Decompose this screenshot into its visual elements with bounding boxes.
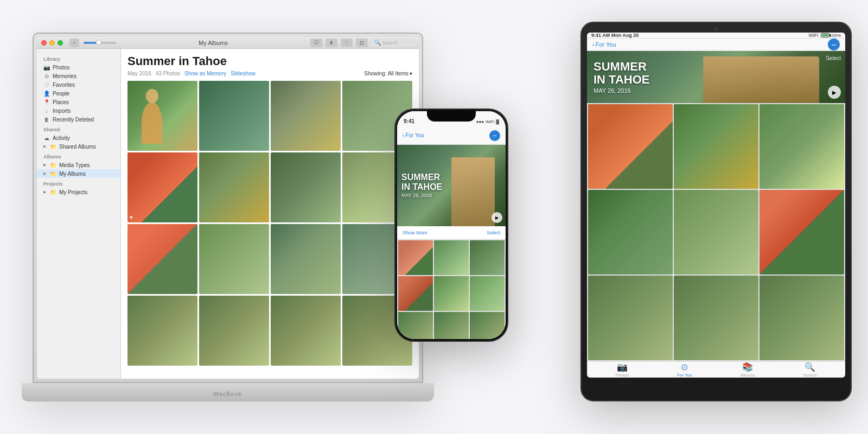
sidebar-item-my-albums[interactable]: ▶ 📁 My Albums	[37, 169, 120, 178]
photo-cell[interactable]	[199, 152, 269, 222]
iphone-photo-cell[interactable]	[398, 312, 433, 339]
photo-cell[interactable]	[271, 152, 341, 222]
ipad-tab-albums[interactable]: 📚 Albums	[741, 362, 755, 378]
iphone-photo-cell[interactable]	[434, 276, 469, 311]
albums-section-title: Albums	[37, 151, 120, 161]
albums-tab-icon: 📚	[742, 362, 753, 372]
ipad-play-button[interactable]: ▶	[828, 86, 841, 99]
more-dots-icon: •••	[832, 43, 835, 47]
dropdown-arrow: ▾	[410, 71, 412, 76]
sidebar-label-my-albums: My Albums	[59, 171, 86, 177]
ipad-tab-photos[interactable]: 📷 Photos	[615, 362, 629, 378]
ipad-photo-cell[interactable]	[674, 276, 758, 360]
more-button[interactable]: ⊡	[356, 39, 368, 47]
ipad-photo-cell[interactable]	[588, 104, 673, 189]
photo-cell[interactable]	[199, 224, 269, 294]
ipad-hero-title: SUMMERIN TAHOE	[593, 60, 649, 86]
sidebar-item-imports[interactable]: ↓ Imports	[37, 106, 120, 115]
arrow-icon-4: ▶	[43, 190, 46, 194]
zoom-slider[interactable]	[84, 42, 116, 44]
ipad-photo-cell[interactable]	[760, 190, 844, 275]
iphone-photo-cell[interactable]	[470, 276, 505, 311]
macbook-base: MacBook	[22, 383, 434, 401]
search-tab-label: Search	[803, 373, 816, 378]
iphone-photos-app: 9:41 ●●● WiFi ▓ ‹ For You	[397, 111, 506, 339]
ipad-photo-cell[interactable]	[588, 190, 673, 275]
iphone-photo-cell[interactable]	[470, 240, 505, 275]
share-button[interactable]: ⬆	[326, 39, 337, 47]
ipad-hero-person	[703, 56, 819, 103]
sidebar: Library 📷 Photos ⊙ Memories ♡	[37, 49, 121, 379]
ipad-photo-cell[interactable]	[674, 104, 758, 189]
iphone-hero-date: MAY 26, 2016	[401, 193, 442, 199]
iphone-action-bar: Show More Select	[397, 226, 506, 239]
heart-overlay: ♥	[130, 214, 133, 220]
ipad-hero-date: MAY 26, 2016	[593, 87, 649, 94]
iphone-back-button[interactable]: ‹ For You	[403, 132, 424, 138]
ipad-photo-cell[interactable]	[588, 276, 673, 360]
sidebar-label-places: Places	[53, 99, 69, 105]
ipad-select-button[interactable]: Select	[826, 55, 841, 61]
iphone-select-button[interactable]: Select	[487, 230, 500, 235]
iphone-hero-image[interactable]: SUMMERIN TAHOE MAY 26, 2016 ▶	[397, 145, 506, 226]
iphone-photo-cell[interactable]	[434, 240, 469, 275]
photo-cell[interactable]	[271, 296, 341, 366]
photo-cell[interactable]	[199, 81, 269, 151]
close-button[interactable]	[41, 40, 47, 46]
sidebar-label-memories: Memories	[53, 73, 76, 79]
ipad-photo-cell[interactable]	[674, 190, 758, 275]
sidebar-item-media-types[interactable]: ▶ 📁 Media Types	[37, 161, 120, 169]
photos-app: ‹ My Albums ⓘ ⬆ ♡	[37, 37, 419, 379]
photo-cell[interactable]	[271, 81, 341, 151]
maximize-button[interactable]	[58, 40, 63, 46]
slideshow-link[interactable]: Slideshow	[231, 71, 256, 76]
ipad-tab-foryou[interactable]: ⊙ For You	[677, 362, 692, 378]
photo-cell[interactable]: ♥	[127, 152, 197, 222]
sidebar-label-recently-deleted: Recently Deleted	[53, 117, 94, 123]
sidebar-item-shared-albums[interactable]: ▶ 📁 Shared Albums	[37, 142, 120, 151]
iphone-time: 9:41	[404, 118, 414, 124]
photo-cell[interactable]	[127, 81, 197, 151]
sidebar-item-photos[interactable]: 📷 Photos	[37, 63, 120, 72]
photo-cell[interactable]	[271, 224, 341, 294]
ipad-tab-search[interactable]: 🔍 Search	[803, 362, 816, 378]
iphone-back-label: For You	[405, 132, 424, 138]
iphone-more-button[interactable]: •••	[489, 130, 500, 141]
back-button[interactable]: ‹	[69, 39, 79, 47]
toolbar-actions: ⓘ ⬆ ♡ ⊡ 🔍 Search	[310, 39, 414, 47]
iphone-play-button[interactable]: ▶	[492, 212, 502, 223]
ipad-photo-cell[interactable]	[760, 276, 844, 360]
show-more-button[interactable]: Show More	[403, 230, 427, 235]
imports-icon: ↓	[43, 107, 50, 114]
sidebar-item-activity[interactable]: ☁ Activity	[37, 133, 120, 142]
ipad-more-button[interactable]: •••	[828, 39, 840, 50]
heart-button[interactable]: ♡	[341, 39, 353, 47]
sidebar-item-my-projects[interactable]: ▶ 📁 My Projects	[37, 188, 120, 196]
search-icon: 🔍	[374, 40, 381, 46]
photo-cell[interactable]	[127, 224, 197, 294]
photo-cell[interactable]	[127, 296, 197, 366]
search-bar[interactable]: 🔍 Search	[371, 39, 414, 47]
sidebar-item-places[interactable]: 📍 Places	[37, 98, 120, 106]
sidebar-item-memories[interactable]: ⊙ Memories	[37, 72, 120, 80]
iphone-photo-cell[interactable]	[398, 240, 433, 275]
photo-cell[interactable]	[199, 296, 269, 366]
sidebar-item-recently-deleted[interactable]: 🗑 Recently Deleted	[37, 115, 120, 124]
iphone-status-right: ●●● WiFi ▓	[476, 119, 499, 124]
iphone-photo-cell[interactable]	[470, 312, 505, 339]
sidebar-item-people[interactable]: 👤 People	[37, 89, 120, 98]
ipad-back-button[interactable]: ‹ For You	[592, 41, 616, 48]
iphone-photo-cell[interactable]	[434, 312, 469, 339]
ipad-hero-image[interactable]: SUMMERIN TAHOE MAY 26, 2016 ▶ Select	[587, 51, 845, 103]
minimize-button[interactable]	[49, 40, 55, 46]
info-button[interactable]: ⓘ	[310, 39, 322, 47]
people-icon: 👤	[43, 90, 50, 97]
show-as-memory-link[interactable]: Show as Memory	[184, 71, 226, 76]
ipad-photo-cell[interactable]	[760, 104, 844, 189]
sidebar-label-my-projects: My Projects	[59, 189, 87, 195]
iphone-photo-cell[interactable]	[398, 276, 433, 311]
sidebar-item-favorites[interactable]: ♡ Favorites	[37, 80, 120, 89]
my-albums-icon: 📁	[50, 170, 56, 177]
showing-dropdown[interactable]: Showing: All Items ▾	[364, 71, 412, 76]
photos-tab-label: Photos	[615, 373, 629, 378]
